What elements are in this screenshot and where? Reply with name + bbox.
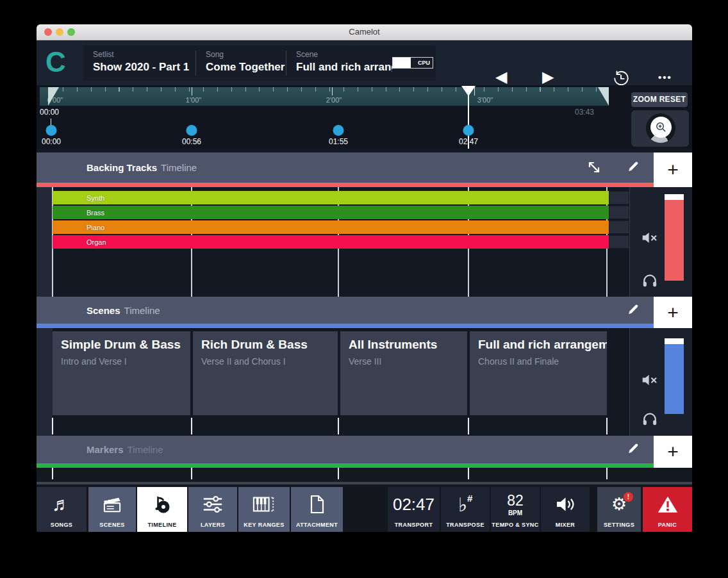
- scene-card-title: Simple Drum & Bass: [61, 338, 182, 352]
- mute-icon[interactable]: [641, 373, 658, 390]
- track-name: Brass: [87, 209, 104, 217]
- zoom-knob[interactable]: [646, 113, 675, 143]
- tab-key-ranges[interactable]: KEY RANGES: [238, 487, 290, 532]
- zoom-range-right-handle[interactable]: [598, 87, 609, 106]
- ruler-end-time: 03:43: [575, 108, 594, 117]
- scene-marker-dot[interactable]: [46, 125, 57, 136]
- cpu-meter-fill: [393, 58, 411, 68]
- scene-marker-dot[interactable]: [463, 125, 474, 136]
- playhead-handle[interactable]: [461, 86, 476, 96]
- expand-icon[interactable]: [586, 160, 603, 176]
- scene-card-subtitle: Verse III: [349, 356, 459, 367]
- settings-label: SETTINGS: [604, 522, 634, 528]
- scene-card-subtitle: Verse II and Chorus I: [201, 356, 329, 367]
- edit-pencil-icon[interactable]: [626, 442, 643, 458]
- song-value: Come Together: [206, 61, 286, 74]
- next-button[interactable]: ▶: [542, 69, 554, 85]
- panic-label: PANIC: [658, 522, 677, 528]
- song-info-panel: Setlist Show 2020 - Part 1 Song Come Tog…: [83, 45, 436, 81]
- settings-alert-badge: !: [624, 492, 633, 502]
- boundary-tick: [191, 418, 192, 434]
- headphones-icon[interactable]: [641, 273, 658, 290]
- tab-songs[interactable]: ♬ SONGS: [37, 487, 87, 532]
- music-notes-icon: ♬: [37, 487, 87, 522]
- more-menu-button[interactable]: •••: [658, 72, 672, 83]
- boundary-tick: [606, 418, 608, 434]
- setlist-field[interactable]: Setlist Show 2020 - Part 1: [83, 45, 195, 81]
- boundary-tick: [52, 468, 53, 479]
- markers-header: Markers Timeline: [37, 436, 654, 463]
- markers-strip: [37, 468, 692, 479]
- scene-card[interactable]: All Instruments Verse III: [340, 331, 467, 415]
- headphones-icon[interactable]: [641, 411, 658, 429]
- flat-icon: ♭: [458, 493, 467, 516]
- scene-card[interactable]: Full and rich arrangem Chorus II and Fin…: [470, 331, 607, 415]
- minimize-button[interactable]: [56, 28, 63, 36]
- song-field[interactable]: Song Come Together: [196, 45, 286, 81]
- setlist-label: Setlist: [93, 50, 195, 59]
- mixer-label: MIXER: [556, 522, 575, 528]
- backing-volume-fader[interactable]: [665, 194, 684, 281]
- fader-body: [665, 344, 684, 414]
- mixer-button[interactable]: MIXER: [541, 487, 590, 532]
- ruler-major-tick: [192, 87, 192, 95]
- track-brass[interactable]: Brass: [53, 206, 609, 219]
- track-name: Piano: [87, 224, 104, 231]
- tab-label: TIMELINE: [147, 522, 176, 528]
- boundary-tick: [52, 418, 53, 434]
- mute-icon[interactable]: [641, 231, 658, 247]
- add-marker-button[interactable]: +: [654, 436, 692, 468]
- ruler-minute-label: 1'00": [186, 96, 201, 104]
- zoom-knob-panel: [631, 110, 689, 147]
- zoom-reset-button[interactable]: ZOOM RESET: [631, 92, 688, 107]
- track-name: Organ: [87, 238, 106, 246]
- boundary-tick: [338, 418, 339, 434]
- scenes-volume-fader[interactable]: [665, 338, 684, 414]
- tab-attachment[interactable]: ATTACHMENT: [291, 487, 343, 532]
- transport-label: TRANSPORT: [395, 522, 433, 528]
- transport-time: 02:47: [393, 487, 434, 522]
- section-title-suffix: Timeline: [128, 444, 163, 455]
- maximize-button[interactable]: [67, 28, 75, 36]
- markers-accent-line: [37, 463, 654, 468]
- scenes-accent-line: [37, 324, 654, 328]
- panic-button[interactable]: PANIC: [643, 487, 692, 532]
- scene-card[interactable]: Rich Drum & Bass Verse II and Chorus I: [193, 331, 338, 415]
- track-organ[interactable]: Organ: [53, 235, 609, 249]
- warning-triangle-icon: [658, 487, 678, 522]
- tab-label: ATTACHMENT: [296, 522, 338, 528]
- tempo-value: 82: [507, 492, 524, 509]
- scene-card[interactable]: Simple Drum & Bass Intro and Verse I: [53, 331, 190, 415]
- transpose-button[interactable]: ♭# TRANSPOSE: [441, 487, 490, 532]
- settings-button[interactable]: ⚙ ! SETTINGS: [597, 487, 641, 532]
- setlist-value: Show 2020 - Part 1: [93, 61, 195, 74]
- tab-layers[interactable]: LAYERS: [188, 487, 237, 532]
- zoom-range-left-handle[interactable]: [48, 87, 59, 106]
- tab-scenes[interactable]: SCENES: [88, 487, 136, 532]
- transport-button[interactable]: 02:47 TRANSPORT: [388, 487, 440, 532]
- scene-marker-dot[interactable]: [186, 125, 197, 136]
- track-endcap: [609, 206, 629, 219]
- tab-label: SONGS: [51, 522, 73, 528]
- section-title-suffix: Timeline: [124, 305, 160, 316]
- boundary-tick: [468, 468, 469, 479]
- scene-marker-dot[interactable]: [333, 125, 344, 136]
- track-piano[interactable]: Piano: [53, 220, 609, 234]
- close-button[interactable]: [44, 28, 52, 36]
- add-scene-button[interactable]: +: [654, 297, 692, 328]
- gear-icon: ⚙: [611, 487, 627, 522]
- section-title: Backing Tracks: [87, 162, 157, 173]
- scene-marker-time: 00:00: [42, 137, 61, 146]
- previous-button[interactable]: ◀: [495, 69, 507, 85]
- app-header: C Setlist Show 2020 - Part 1 Song Come T…: [37, 40, 692, 85]
- timeline-overview-band[interactable]: 0'00" 1'00" 2'00" 3'00": [40, 87, 609, 106]
- edit-pencil-icon[interactable]: [626, 302, 643, 319]
- add-backing-track-button[interactable]: +: [654, 153, 692, 187]
- track-synth[interactable]: Synth: [53, 191, 609, 204]
- edit-pencil-icon[interactable]: [626, 160, 643, 176]
- track-endcap: [609, 191, 629, 204]
- magnifier-icon: [650, 117, 672, 138]
- track-endcap: [609, 220, 629, 234]
- tab-timeline[interactable]: TIMELINE: [137, 487, 187, 532]
- tempo-sync-button[interactable]: 82 BPM TEMPO & SYNC: [491, 487, 540, 532]
